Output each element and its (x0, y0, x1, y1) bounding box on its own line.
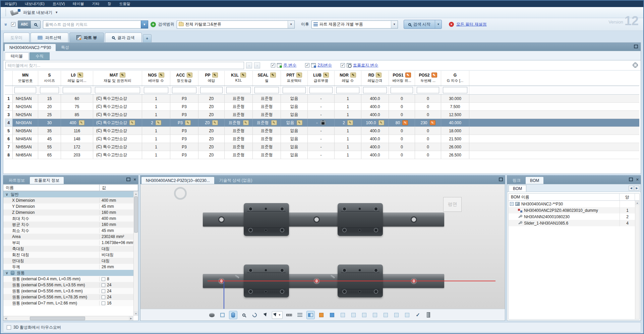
cell-POS2[interactable]: 0 (415, 103, 441, 110)
add-tab-button[interactable]: + (143, 34, 152, 42)
cell-MAT[interactable]: (C) 특수고탄소강 (93, 127, 142, 135)
menu-item-[interactable]: 도움말 (119, 1, 130, 6)
cell-MAT[interactable]: (C) 특수고탄소강 (93, 95, 142, 102)
pencil-edit-icon[interactable]: ✎ (243, 120, 249, 125)
cell-POS1[interactable]: 80✎ (389, 119, 415, 127)
cell-NOS[interactable]: 1 (142, 95, 170, 102)
cell-ACC[interactable]: P3 (170, 143, 198, 151)
cell-K1L[interactable]: 표준형 (225, 151, 253, 159)
property-row[interactable]: 최대 치수400 mm (3, 216, 133, 222)
search-scope-select[interactable]: 전체 카탈로그&분류 ▼ (177, 20, 295, 29)
keyword-search-input[interactable] (43, 20, 141, 29)
chevron-down-icon[interactable]: ▼ (55, 11, 58, 14)
checkbox-unchecked-icon[interactable] (102, 283, 105, 287)
cell-LUB[interactable]: - (308, 127, 335, 135)
property-row[interactable]: 최소 치수45 mm (3, 228, 133, 234)
cell-S[interactable]: 35 (38, 127, 61, 135)
cell-S[interactable]: 15 (38, 95, 61, 102)
chevron-down-icon[interactable]: ▼ (288, 21, 294, 28)
checkbox-checked-icon[interactable]: ✓ (341, 63, 345, 67)
column-header-MN[interactable]: MN모델번호 (13, 71, 38, 86)
bom-item-row[interactable]: NH30400ANC2P3Z0.408023010_dummy1 (509, 207, 639, 213)
cell-K1L[interactable]: 표준형 (225, 143, 253, 151)
cell-ACC[interactable]: P3 (170, 127, 198, 135)
tab-파트선택[interactable]: 파트선택 (31, 33, 68, 42)
column-header-L0[interactable]: L0✎레일 길이... (61, 71, 93, 86)
cell-POS2[interactable]: 0 (415, 143, 441, 151)
vertical-scrollbar[interactable]: ▲ ▼ (133, 191, 138, 316)
view-tab-수직[interactable]: 수직 (30, 52, 50, 60)
vertical-scrollbar[interactable]: ▲ (635, 201, 639, 319)
cell-PRT[interactable]: 없음 (281, 135, 308, 143)
view-cube-icon-1[interactable] (339, 311, 347, 319)
property-row[interactable]: Area230248 mm² (3, 234, 133, 240)
column-filter-input[interactable] (336, 87, 359, 93)
property-row[interactable]: 부피1.06738e+06 mm³ (3, 240, 133, 246)
cell-RD[interactable]: 400.0 (361, 111, 389, 118)
property-row[interactable]: 원통 (external D=7 mm, L=2.66 mm)16 (3, 300, 133, 306)
cell-POS1[interactable]: 0 (389, 135, 415, 143)
table-row-NH25AN[interactable]: 3NH25AN2585(C) 특수고탄소강1P3Z0표준형표준형없음-1400.… (5, 111, 639, 119)
variable-filter-link[interactable]: 2차변수 (317, 62, 332, 68)
measure-icon[interactable] (285, 311, 293, 319)
cell-SEAL[interactable]: 표준형 (253, 135, 281, 143)
scroll-up-icon[interactable]: ▲ (134, 191, 138, 196)
tab-링크[interactable]: 링크 (508, 177, 525, 184)
variable-filter-2차변수[interactable]: ✓2차변수 (305, 62, 332, 68)
pencil-edit-icon[interactable]: ✎ (77, 73, 83, 78)
pencil-edit-icon[interactable]: ✎ (296, 73, 302, 78)
column-header-MAT[interactable]: MAT✎재질 및 표면처리 (93, 71, 142, 86)
viewer-3d-canvas[interactable]: 평면 (140, 184, 505, 309)
column-filter-input[interactable] (283, 87, 306, 93)
cell-L0[interactable]: 75 (61, 103, 93, 110)
cell-PP[interactable]: Z0 (198, 127, 225, 135)
collapse-arrow-icon[interactable]: ∨ (5, 192, 8, 197)
close-icon[interactable]: × (133, 178, 136, 181)
cell-POS2[interactable]: 0 (415, 135, 441, 143)
column-header-NOR[interactable]: NOR✎레일 수 (335, 71, 361, 86)
column-header-G[interactable]: GG 치수 [... (441, 71, 469, 86)
solid-box-orange-icon[interactable] (317, 311, 326, 319)
cell-NOS[interactable]: 2✎ (142, 119, 170, 127)
tab-scroll-left-icon[interactable]: ◀ (629, 186, 634, 191)
wireframe-cube-icon[interactable] (218, 311, 227, 319)
column-header-POS1[interactable]: POS1✎베어링 위... (389, 71, 415, 86)
cell-PP[interactable]: Z0 (198, 151, 225, 159)
cell-NOS[interactable]: 1 (142, 135, 170, 143)
pencil-edit-icon[interactable]: ✎ (185, 120, 191, 125)
menu-item-[interactable]: 창 (107, 1, 111, 6)
cell-S[interactable]: 55 (38, 143, 61, 151)
layers-icon[interactable] (296, 311, 304, 319)
property-row[interactable]: X Dimension400 mm (3, 197, 133, 203)
view-cube-icon-2[interactable] (349, 311, 358, 319)
find-prev-button[interactable]: ‹ (246, 62, 252, 68)
cell-SEAL[interactable]: 표준형 (253, 95, 281, 102)
pencil-edit-icon[interactable]: ✎ (430, 120, 435, 125)
cell-S[interactable]: 65 (38, 151, 61, 159)
cell-G[interactable]: 21.500 (441, 135, 469, 143)
cell-L0[interactable]: 203 (61, 151, 93, 159)
variable-filter-link[interactable]: 주 변수 (283, 62, 296, 68)
cell-MN[interactable]: NH65AN (13, 151, 38, 159)
bom-qty-header[interactable]: 양 (620, 194, 635, 200)
bom-item-row[interactable]: Slider_1-NH30AN1085.64 (509, 220, 639, 226)
find-in-table-input[interactable] (5, 62, 244, 69)
property-row[interactable]: 면대칭대칭 (3, 258, 133, 264)
table-row-NH30AN[interactable]: 4NH30AN30400✎(C) 특수고탄소강✎2✎P3✎Z0✎표준형✎표준형✎… (5, 119, 639, 127)
cell-LUB[interactable]: - (308, 119, 335, 127)
column-filter-input[interactable] (417, 87, 439, 93)
cell-NOS[interactable]: 1 (142, 151, 170, 159)
cell-SEAL[interactable]: 표준형 (253, 103, 281, 110)
menu-item-[interactable]: 기타 (92, 1, 99, 6)
pencil-edit-icon[interactable]: ✎ (431, 73, 437, 78)
pencil-edit-icon[interactable]: ✎ (323, 73, 329, 78)
cell-L0[interactable]: 172 (61, 143, 93, 151)
cell-POS1[interactable]: 0 (389, 111, 415, 118)
export-to-file-button[interactable]: 파일로 내보내기 ▼ (10, 9, 58, 16)
cell-RD[interactable]: 400.0 (361, 103, 389, 110)
disc-stack-icon[interactable] (208, 311, 216, 319)
cell-LUB[interactable]: - (308, 135, 335, 143)
cell-LUB[interactable]: - (308, 143, 335, 151)
keyword-dropdown-button[interactable]: ▼ (141, 20, 148, 29)
pencil-edit-icon[interactable]: ✎ (129, 120, 135, 125)
